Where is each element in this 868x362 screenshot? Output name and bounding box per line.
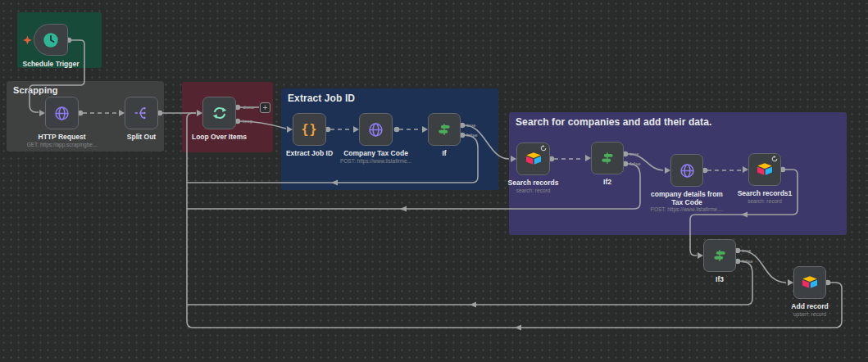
- node-if[interactable]: If: [428, 113, 461, 146]
- node-label: Search records1: [738, 189, 793, 197]
- code-braces-icon: {}: [301, 122, 317, 137]
- globe-icon: [679, 162, 696, 179]
- spark-icon: [23, 35, 32, 44]
- split-out-icon: [134, 105, 150, 121]
- node-label: Schedule Trigger: [23, 60, 80, 68]
- globe-icon: [53, 105, 70, 122]
- port-label-if2-false: false: [629, 161, 641, 167]
- retry-icon: [771, 156, 778, 162]
- node-label: If3: [716, 275, 724, 283]
- node-schedule-trigger[interactable]: Schedule Trigger: [34, 24, 68, 56]
- sticky-title: Search for companies and add their data.: [509, 112, 847, 132]
- node-company-tax-code[interactable]: Company Tax Code POST: https://www.lista…: [359, 113, 393, 146]
- node-label: Company Tax Code: [343, 149, 408, 157]
- port-label-loop: loop: [243, 119, 253, 124]
- wire-if3-false-feedback: [187, 261, 752, 305]
- retry-icon: [540, 145, 547, 152]
- loop-icon: [211, 104, 229, 122]
- node-add-record[interactable]: Add record upsert: record: [793, 266, 826, 299]
- if-filter-icon: [599, 150, 616, 166]
- port-label-if-false: false: [466, 133, 478, 138]
- node-label: HTTP Request: [39, 133, 86, 141]
- node-label: If2: [603, 178, 611, 186]
- node-if2[interactable]: If2: [591, 142, 624, 174]
- node-label: Extract Job ID: [286, 149, 333, 157]
- node-subtitle: upsert: record: [793, 311, 826, 317]
- node-subtitle: search: record: [748, 198, 782, 204]
- node-subtitle: GET: https://app.scrapingbe...: [27, 142, 98, 147]
- node-label: Loop Over Items: [192, 133, 247, 141]
- port-label-done: done: [243, 105, 254, 111]
- workflow-canvas[interactable]: Scrapping Extract Job ID Search for comp…: [0, 0, 868, 362]
- if-filter-icon: [711, 247, 728, 264]
- node-label: Split Out: [127, 133, 156, 141]
- node-label: Add record: [791, 302, 828, 310]
- add-node-button[interactable]: +: [260, 102, 270, 113]
- port-label-if2-true: true: [629, 152, 639, 157]
- node-split-out[interactable]: Split Out: [125, 97, 158, 129]
- node-label: If: [442, 149, 446, 157]
- node-search-records[interactable]: Search records search: record: [516, 143, 550, 175]
- port-label-if3-true: true: [742, 248, 751, 254]
- globe-icon: [367, 121, 384, 138]
- node-label: Search records: [508, 179, 559, 187]
- node-label: company details from Tax Code: [646, 190, 728, 206]
- port-label-if-true: true: [466, 123, 475, 129]
- sticky-title: Extract Job ID: [281, 88, 498, 108]
- port-label-if3-false: false: [742, 259, 753, 265]
- if-filter-icon: [436, 121, 452, 138]
- node-company-details-from-tax-code[interactable]: company details from Tax Code POST: http…: [670, 154, 703, 187]
- node-search-records1[interactable]: Search records1 search: record: [748, 153, 781, 186]
- node-loop-over-items[interactable]: Loop Over Items: [202, 97, 236, 129]
- node-extract-job-id[interactable]: {} Extract Job ID: [293, 113, 326, 146]
- node-subtitle: POST: https://www.listafirme...: [340, 158, 411, 164]
- airtable-icon: [756, 161, 774, 179]
- node-http-request[interactable]: HTTP Request GET: https://app.scrapingbe…: [45, 97, 79, 129]
- airtable-icon: [801, 274, 819, 292]
- airtable-icon: [525, 150, 543, 168]
- node-if3[interactable]: If3: [703, 239, 736, 272]
- node-subtitle: POST: https://www.listafirme....: [651, 206, 724, 212]
- wire-if3-true-to-addrecord: [740, 251, 786, 283]
- node-subtitle: search: record: [516, 188, 551, 193]
- clock-icon: [42, 31, 60, 49]
